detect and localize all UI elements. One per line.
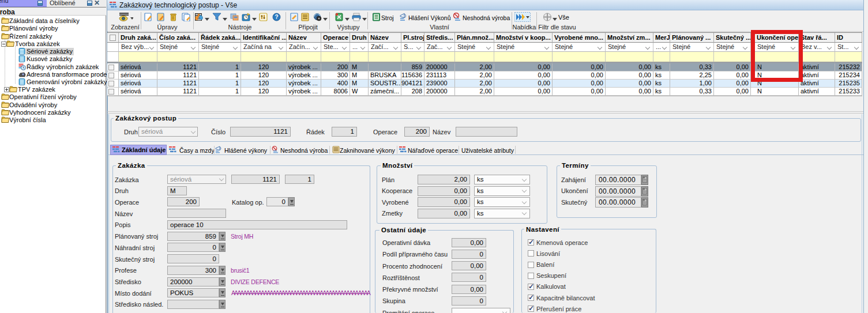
svg-text:?: ? <box>275 14 278 20</box>
